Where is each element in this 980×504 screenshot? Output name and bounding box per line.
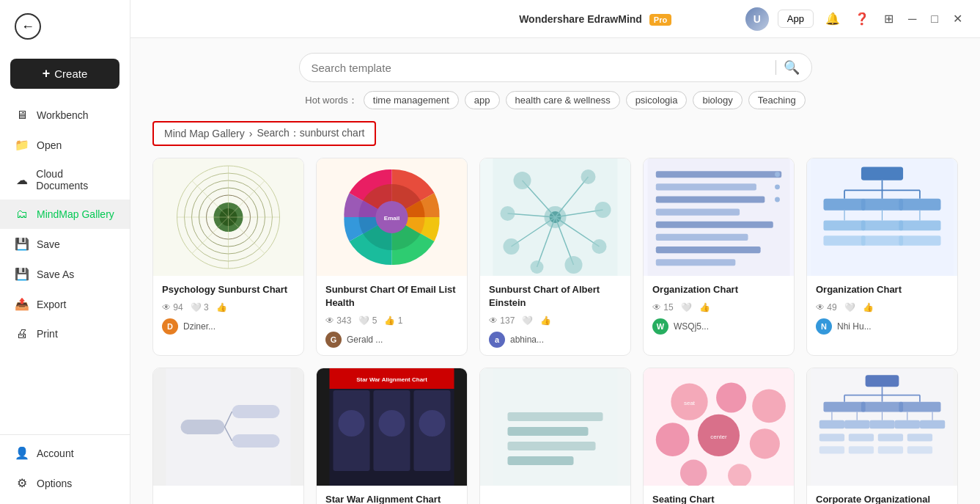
hot-tag-time[interactable]: time management	[364, 91, 459, 109]
bell-icon[interactable]: 🔔	[822, 9, 843, 29]
card-einstein[interactable]: Sunburst Chart of Albert Einstein 👁 137 …	[479, 158, 631, 356]
card-body-corporate: Corporate Organizational Chart 👁 7 🤍 👍	[807, 486, 957, 504]
svg-rect-122	[878, 447, 903, 454]
hot-tag-psicologia[interactable]: psicologia	[626, 91, 688, 109]
svg-rect-38	[656, 209, 740, 216]
sidebar-item-save-as[interactable]: 💾 Save As	[0, 259, 130, 289]
hot-tag-app[interactable]: app	[465, 91, 500, 109]
card-psychology-sunburst[interactable]: Psychology Sunburst Chart 👁 94 🤍 3 👍 D D…	[152, 158, 304, 356]
hot-tag-healthcare[interactable]: health care & wellness	[506, 91, 620, 109]
sidebar-item-save[interactable]: 💾 Save	[0, 229, 130, 259]
back-button[interactable]: ←	[0, 0, 130, 53]
card-bottom-einstein[interactable]	[479, 368, 631, 504]
svg-point-87	[716, 383, 746, 413]
sidebar-item-cloud[interactable]: ☁ Cloud Documents	[0, 160, 130, 200]
card-title-orgchart2: Organization Chart	[816, 283, 948, 296]
card-orgchart2[interactable]: Organization Chart 👁 49 🤍 👍 N Nhi Hu...	[806, 158, 958, 356]
hearts-psychology: 🤍 3	[191, 302, 209, 313]
author-avatar-einstein: a	[489, 332, 505, 348]
maximize-icon[interactable]: □	[928, 10, 941, 29]
svg-point-32	[504, 238, 520, 255]
topbar-title: Wondershare EdrawMind Pro	[445, 13, 745, 25]
svg-rect-60	[861, 221, 903, 231]
sidebar-item-export[interactable]: 📤 Export	[0, 289, 130, 319]
card-sunburst-email[interactable]: Email Sunburst Chart Of Email List Healt…	[316, 158, 468, 356]
topbar-right: U App 🔔 ❓ ⊞ ─ □ ✕	[745, 7, 965, 31]
sidebar-options-label: Options	[37, 478, 72, 489]
search-icon[interactable]: 🔍	[784, 59, 800, 76]
author-name-email: Gerald ...	[347, 335, 383, 345]
views-orgchart1: 👁 15	[652, 302, 674, 313]
svg-rect-63	[861, 235, 903, 246]
card-title-starwars: Star War Alignment Chart	[325, 493, 458, 504]
svg-rect-36	[656, 183, 756, 190]
help-icon[interactable]: ❓	[852, 9, 872, 29]
create-button[interactable]: + Create	[10, 59, 119, 89]
hearts-einstein: 🤍	[522, 315, 533, 326]
minimize-icon[interactable]: ─	[905, 10, 919, 29]
author-name-einstein: abhina...	[510, 335, 544, 345]
mindmap-icon: 🗂	[15, 208, 29, 221]
close-icon[interactable]: ✕	[950, 9, 965, 29]
sidebar-item-account[interactable]: 👤 Account	[0, 438, 130, 468]
sidebar-item-mindmap-gallery[interactable]: 🗂 MindMap Gallery	[0, 200, 130, 229]
card-body-orgchart1: Organization Chart 👁 15 🤍 👍 W WSQj5...	[644, 276, 794, 342]
search-box[interactable]: 🔍	[299, 53, 812, 82]
sidebar-item-options[interactable]: ⚙ Options	[0, 468, 130, 498]
views-psychology: 👁 94	[162, 302, 183, 313]
svg-point-44	[775, 184, 780, 189]
svg-point-78	[379, 410, 405, 437]
svg-rect-37	[656, 196, 765, 202]
sidebar-item-print[interactable]: 🖨 Print	[0, 319, 130, 348]
card-corporate-org[interactable]: Corporate Organizational Chart 👁 7 🤍 👍	[806, 368, 958, 504]
hot-words: Hot words： time management app health ca…	[305, 91, 805, 109]
svg-rect-115	[920, 420, 945, 428]
svg-rect-83	[508, 442, 596, 450]
svg-rect-61	[899, 221, 940, 231]
search-input[interactable]	[312, 62, 768, 74]
card-orgchart1[interactable]: Organization Chart 👁 15 🤍 👍 W WSQj5...	[643, 158, 795, 356]
user-avatar[interactable]: U	[745, 7, 769, 31]
views-einstein: 👁 137	[489, 315, 515, 326]
svg-rect-47	[861, 167, 903, 180]
content-area: 🔍 Hot words： time management app health …	[130, 38, 980, 504]
card-body-einstein: Sunburst Chart of Albert Einstein 👁 137 …	[480, 276, 630, 355]
svg-rect-84	[508, 456, 574, 465]
grid-icon[interactable]: ⊞	[881, 9, 896, 29]
sidebar-mindmap-label: MindMap Gallery	[37, 208, 114, 220]
sidebar-print-label: Print	[37, 328, 58, 340]
svg-rect-117	[849, 434, 874, 442]
card-thumb-seating: seat center	[644, 368, 794, 486]
search-divider	[775, 60, 776, 75]
card-thumb-bottom-einstein	[480, 368, 630, 486]
card-starwars[interactable]: Star War Alignment Chart Star War Alignm…	[316, 368, 468, 504]
breadcrumb-gallery[interactable]: Mind Map Gallery	[164, 128, 245, 139]
card-bottom-left[interactable]	[152, 368, 304, 504]
svg-rect-55	[899, 199, 940, 211]
card-meta-psychology: 👁 94 🤍 3 👍	[162, 302, 295, 313]
app-button[interactable]: App	[778, 10, 814, 28]
card-meta-orgchart1: 👁 15 🤍 👍	[652, 302, 785, 313]
breadcrumb-area: Mind Map Gallery › Search：sunburst chart	[152, 121, 958, 146]
hot-tag-teaching[interactable]: Teaching	[748, 91, 806, 109]
svg-rect-68	[232, 434, 280, 448]
search-area: 🔍 Hot words： time management app health …	[152, 53, 958, 109]
svg-rect-118	[878, 434, 903, 442]
back-circle-icon[interactable]: ←	[15, 13, 41, 40]
sidebar-item-open[interactable]: 📁 Open	[0, 130, 130, 160]
card-thumb-einstein	[480, 158, 630, 276]
hot-tag-biology[interactable]: biology	[693, 91, 742, 109]
card-body-bottom-left	[153, 486, 303, 504]
cloud-icon: ☁	[15, 173, 29, 187]
svg-point-79	[419, 410, 446, 437]
svg-rect-103	[824, 402, 866, 412]
card-title-orgchart1: Organization Chart	[652, 283, 785, 296]
card-title-psychology: Psychology Sunburst Chart	[162, 283, 295, 296]
svg-point-77	[339, 410, 365, 437]
sidebar-item-workbench[interactable]: 🖥 Workbench	[0, 101, 130, 130]
svg-rect-121	[849, 447, 874, 454]
card-seating[interactable]: seat center Seating Chart 👁 45 🤍 👍	[643, 368, 795, 504]
views-email: 👁 343	[325, 315, 351, 326]
thumbs-einstein: 👍	[540, 315, 551, 326]
svg-rect-66	[181, 420, 225, 434]
